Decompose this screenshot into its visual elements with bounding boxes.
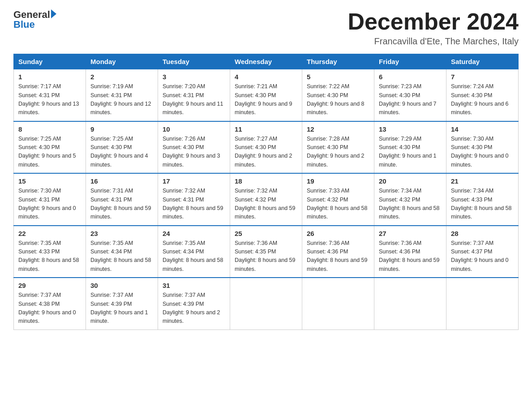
day-info: Sunrise: 7:23 AMSunset: 4:30 PMDaylight:…	[379, 83, 437, 116]
day-number: 13	[379, 125, 442, 133]
day-number: 28	[451, 230, 514, 237]
day-info: Sunrise: 7:24 AMSunset: 4:30 PMDaylight:…	[451, 83, 509, 116]
header-monday: Monday	[86, 54, 158, 69]
calendar-cell: 18Sunrise: 7:32 AMSunset: 4:32 PMDayligh…	[230, 173, 302, 226]
location: Francavilla d'Ete, The Marches, Italy	[348, 36, 519, 47]
calendar-cell: 7Sunrise: 7:24 AMSunset: 4:30 PMDaylight…	[446, 69, 519, 121]
calendar-week-row: 15Sunrise: 7:30 AMSunset: 4:31 PMDayligh…	[14, 173, 519, 226]
day-info: Sunrise: 7:36 AMSunset: 4:36 PMDaylight:…	[307, 240, 368, 272]
day-info: Sunrise: 7:25 AMSunset: 4:30 PMDaylight:…	[18, 136, 76, 168]
day-number: 16	[90, 177, 153, 185]
day-info: Sunrise: 7:22 AMSunset: 4:30 PMDaylight:…	[307, 83, 365, 116]
header-tuesday: Tuesday	[158, 54, 230, 69]
day-number: 4	[235, 73, 297, 81]
calendar-cell: 6Sunrise: 7:23 AMSunset: 4:30 PMDaylight…	[374, 69, 446, 121]
calendar-cell: 10Sunrise: 7:26 AMSunset: 4:30 PMDayligh…	[158, 121, 230, 174]
day-info: Sunrise: 7:34 AMSunset: 4:33 PMDaylight:…	[451, 188, 512, 220]
calendar-week-row: 22Sunrise: 7:35 AMSunset: 4:33 PMDayligh…	[14, 226, 519, 278]
calendar-cell: 9Sunrise: 7:25 AMSunset: 4:30 PMDaylight…	[86, 121, 158, 174]
day-info: Sunrise: 7:35 AMSunset: 4:34 PMDaylight:…	[90, 240, 151, 272]
day-info: Sunrise: 7:30 AMSunset: 4:31 PMDaylight:…	[18, 188, 76, 220]
day-number: 31	[163, 282, 225, 289]
title-block: December 2024 Francavilla d'Ete, The Mar…	[348, 9, 519, 47]
calendar-cell: 11Sunrise: 7:27 AMSunset: 4:30 PMDayligh…	[230, 121, 302, 174]
day-info: Sunrise: 7:37 AMSunset: 4:39 PMDaylight:…	[90, 292, 148, 324]
calendar-cell	[446, 278, 519, 330]
day-info: Sunrise: 7:19 AMSunset: 4:31 PMDaylight:…	[90, 83, 151, 116]
day-number: 20	[379, 177, 442, 185]
day-number: 24	[163, 230, 225, 237]
calendar-cell: 3Sunrise: 7:20 AMSunset: 4:31 PMDaylight…	[158, 69, 230, 121]
calendar-cell: 24Sunrise: 7:35 AMSunset: 4:34 PMDayligh…	[158, 226, 230, 278]
calendar-cell: 15Sunrise: 7:30 AMSunset: 4:31 PMDayligh…	[14, 173, 86, 226]
calendar-cell	[230, 278, 302, 330]
day-info: Sunrise: 7:36 AMSunset: 4:35 PMDaylight:…	[235, 240, 296, 272]
day-number: 23	[90, 230, 153, 237]
calendar-cell	[374, 278, 446, 330]
day-number: 3	[163, 73, 225, 81]
calendar-cell: 23Sunrise: 7:35 AMSunset: 4:34 PMDayligh…	[86, 226, 158, 278]
month-title: December 2024	[348, 9, 519, 34]
calendar-cell: 12Sunrise: 7:28 AMSunset: 4:30 PMDayligh…	[302, 121, 374, 174]
calendar-week-row: 8Sunrise: 7:25 AMSunset: 4:30 PMDaylight…	[14, 121, 519, 174]
calendar-cell: 8Sunrise: 7:25 AMSunset: 4:30 PMDaylight…	[14, 121, 86, 174]
header-friday: Friday	[374, 54, 446, 69]
day-number: 17	[163, 177, 225, 185]
calendar-cell: 20Sunrise: 7:34 AMSunset: 4:32 PMDayligh…	[374, 173, 446, 226]
calendar-cell: 29Sunrise: 7:37 AMSunset: 4:38 PMDayligh…	[14, 278, 86, 330]
day-info: Sunrise: 7:30 AMSunset: 4:30 PMDaylight:…	[451, 136, 509, 168]
day-info: Sunrise: 7:36 AMSunset: 4:36 PMDaylight:…	[379, 240, 440, 272]
calendar-cell: 25Sunrise: 7:36 AMSunset: 4:35 PMDayligh…	[230, 226, 302, 278]
day-number: 30	[90, 282, 153, 289]
calendar-cell: 27Sunrise: 7:36 AMSunset: 4:36 PMDayligh…	[374, 226, 446, 278]
day-number: 10	[163, 125, 225, 133]
day-number: 21	[451, 177, 514, 185]
day-number: 27	[379, 230, 442, 237]
day-number: 8	[18, 125, 81, 133]
calendar-cell	[302, 278, 374, 330]
calendar-cell: 26Sunrise: 7:36 AMSunset: 4:36 PMDayligh…	[302, 226, 374, 278]
header-wednesday: Wednesday	[230, 54, 302, 69]
calendar-cell: 13Sunrise: 7:29 AMSunset: 4:30 PMDayligh…	[374, 121, 446, 174]
calendar-cell: 19Sunrise: 7:33 AMSunset: 4:32 PMDayligh…	[302, 173, 374, 226]
day-info: Sunrise: 7:35 AMSunset: 4:33 PMDaylight:…	[18, 240, 79, 272]
day-info: Sunrise: 7:35 AMSunset: 4:34 PMDaylight:…	[163, 240, 223, 272]
day-info: Sunrise: 7:26 AMSunset: 4:30 PMDaylight:…	[163, 136, 220, 168]
calendar-cell: 31Sunrise: 7:37 AMSunset: 4:39 PMDayligh…	[158, 278, 230, 330]
day-info: Sunrise: 7:33 AMSunset: 4:32 PMDaylight:…	[307, 188, 368, 220]
calendar-cell: 17Sunrise: 7:32 AMSunset: 4:31 PMDayligh…	[158, 173, 230, 226]
calendar-cell: 28Sunrise: 7:37 AMSunset: 4:37 PMDayligh…	[446, 226, 519, 278]
calendar-week-row: 29Sunrise: 7:37 AMSunset: 4:38 PMDayligh…	[14, 278, 519, 330]
calendar-header-row: SundayMondayTuesdayWednesdayThursdayFrid…	[14, 54, 519, 69]
day-number: 11	[235, 125, 297, 133]
day-info: Sunrise: 7:17 AMSunset: 4:31 PMDaylight:…	[18, 83, 79, 116]
day-info: Sunrise: 7:34 AMSunset: 4:32 PMDaylight:…	[379, 188, 440, 220]
calendar-cell: 1Sunrise: 7:17 AMSunset: 4:31 PMDaylight…	[14, 69, 86, 121]
page-header: General Blue December 2024 Francavilla d…	[13, 9, 519, 47]
day-number: 19	[307, 177, 369, 185]
day-number: 12	[307, 125, 369, 133]
day-number: 9	[90, 125, 153, 133]
day-info: Sunrise: 7:37 AMSunset: 4:39 PMDaylight:…	[163, 292, 220, 324]
day-info: Sunrise: 7:32 AMSunset: 4:32 PMDaylight:…	[235, 188, 296, 220]
calendar-cell: 2Sunrise: 7:19 AMSunset: 4:31 PMDaylight…	[86, 69, 158, 121]
header-thursday: Thursday	[302, 54, 374, 69]
day-number: 26	[307, 230, 369, 237]
day-number: 5	[307, 73, 369, 81]
day-number: 14	[451, 125, 514, 133]
day-info: Sunrise: 7:31 AMSunset: 4:31 PMDaylight:…	[90, 188, 151, 220]
calendar-cell: 4Sunrise: 7:21 AMSunset: 4:30 PMDaylight…	[230, 69, 302, 121]
calendar-cell: 5Sunrise: 7:22 AMSunset: 4:30 PMDaylight…	[302, 69, 374, 121]
day-info: Sunrise: 7:28 AMSunset: 4:30 PMDaylight:…	[307, 136, 365, 168]
calendar-cell: 22Sunrise: 7:35 AMSunset: 4:33 PMDayligh…	[14, 226, 86, 278]
day-number: 1	[18, 73, 81, 81]
day-info: Sunrise: 7:32 AMSunset: 4:31 PMDaylight:…	[163, 188, 223, 220]
calendar-cell: 30Sunrise: 7:37 AMSunset: 4:39 PMDayligh…	[86, 278, 158, 330]
day-number: 18	[235, 177, 297, 185]
day-info: Sunrise: 7:37 AMSunset: 4:37 PMDaylight:…	[451, 240, 509, 272]
day-info: Sunrise: 7:37 AMSunset: 4:38 PMDaylight:…	[18, 292, 76, 324]
logo: General Blue	[13, 9, 56, 30]
day-number: 7	[451, 73, 514, 81]
day-number: 25	[235, 230, 297, 237]
calendar-cell: 21Sunrise: 7:34 AMSunset: 4:33 PMDayligh…	[446, 173, 519, 226]
